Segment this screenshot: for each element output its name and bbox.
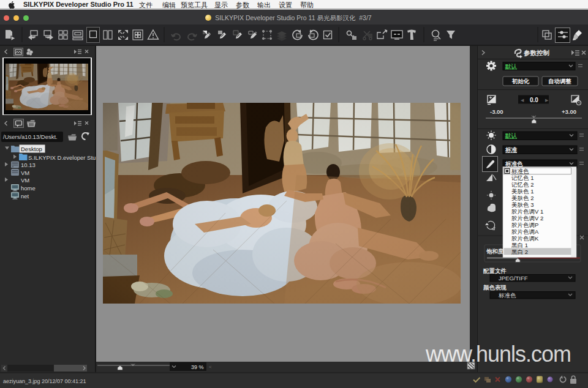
svg-text:胶片色调P: 胶片色调P <box>511 222 538 228</box>
svg-text:标准色: 标准色 <box>511 168 529 174</box>
svg-text:记忆色 2: 记忆色 2 <box>511 181 533 188</box>
svg-text:胶片色调V 1: 胶片色调V 1 <box>511 208 543 215</box>
svg-text:<: < <box>209 364 212 370</box>
svg-text:颜色表现: 颜色表现 <box>483 284 507 291</box>
svg-text:VM: VM <box>21 170 29 176</box>
svg-text:饱和度: 饱和度 <box>486 248 504 255</box>
svg-text:◀: ◀ <box>521 98 524 102</box>
svg-text:胶片色调A: 胶片色调A <box>511 228 539 235</box>
svg-text:黑白 1: 黑白 1 <box>511 242 528 248</box>
svg-text:胶片色调V 2: 胶片色调V 2 <box>511 215 543 222</box>
svg-text:配置文件: 配置文件 <box>483 267 507 274</box>
svg-text:▶: ▶ <box>545 98 549 102</box>
svg-text:美肤色 3: 美肤色 3 <box>511 201 533 208</box>
svg-text:自动调整: 自动调整 <box>548 78 572 84</box>
svg-text:默认: 默认 <box>505 63 518 70</box>
svg-text:home: home <box>21 185 36 192</box>
svg-text:S.ILKYPIX D.eveloper Stu: S.ILKYPIX D.eveloper Stu <box>28 154 96 161</box>
svg-text:Desktop: Desktop <box>21 146 42 152</box>
svg-text:标准: 标准 <box>505 146 518 153</box>
svg-text:10.13: 10.13 <box>21 162 36 168</box>
svg-text:/Users/a10.13/Deskt.: /Users/a10.13/Deskt. <box>3 133 58 140</box>
svg-text:记忆色 1: 记忆色 1 <box>511 174 533 181</box>
svg-text:美肤色 2: 美肤色 2 <box>511 195 533 201</box>
svg-text:黑白 2: 黑白 2 <box>511 248 528 255</box>
svg-text:+3.00: +3.00 <box>562 108 576 115</box>
svg-text:初始化: 初始化 <box>511 78 530 84</box>
svg-text:net: net <box>21 193 29 200</box>
svg-text:标准色: 标准色 <box>498 292 516 299</box>
svg-text:39 %: 39 % <box>191 364 204 370</box>
svg-text:胶片色调K: 胶片色调K <box>511 235 539 242</box>
svg-text:0.0: 0.0 <box>530 97 538 103</box>
svg-text:美肤色 1: 美肤色 1 <box>511 188 533 195</box>
svg-text:-3.00: -3.00 <box>490 108 503 115</box>
svg-text:VM: VM <box>21 177 29 184</box>
svg-text:参数控制: 参数控制 <box>523 49 550 57</box>
svg-text:默认: 默认 <box>505 132 518 139</box>
svg-text:标准色: 标准色 <box>505 160 523 167</box>
svg-text:JPEG/TIFF: JPEG/TIFF <box>499 275 528 282</box>
